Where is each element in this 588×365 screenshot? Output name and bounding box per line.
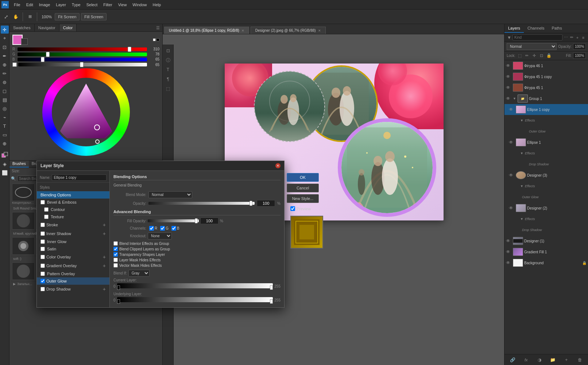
layer-name-input[interactable] [52,174,107,181]
style-item-gradient-overlay[interactable]: Gradient Overlay + [37,261,109,270]
menu-image[interactable]: Image [36,2,53,8]
checkbox-drop-shadow[interactable] [40,287,45,291]
layer-item-gradient-fill[interactable]: 👁 Gradient Fill 1 [504,246,588,257]
menu-filter[interactable]: Filter [100,2,115,8]
red-slider[interactable] [18,47,147,51]
layer-item-effects-3[interactable]: ▼ Effects [504,181,588,192]
tool-lasso[interactable]: ⌖ [1,34,9,42]
lock-all-icon[interactable]: 🔒 [546,53,552,59]
effects-expand-icon[interactable]: ▼ [520,119,524,122]
blue-slider[interactable] [18,58,147,61]
green-slider[interactable] [18,53,147,56]
menu-help[interactable]: Help [150,2,164,8]
tool-screen-mode[interactable]: ⬜ [1,169,9,177]
canvas-icon-2[interactable]: ⓘ [164,56,172,64]
visibility-eye[interactable]: 👁 [506,260,512,265]
style-item-inner-shadow[interactable]: Inner Shadow + [37,229,109,238]
style-item-blending[interactable]: Blending Options [37,191,109,199]
visibility-eye[interactable]: 👁 [506,249,512,254]
style-item-texture[interactable]: Texture [37,213,109,220]
canvas-tab-close-1[interactable]: ✕ [241,29,244,32]
checkbox-color-overlay[interactable] [40,255,45,259]
lock-position-icon[interactable]: ✛ [531,53,537,59]
channel-b-check[interactable]: B [171,226,179,231]
channel-g-checkbox[interactable] [160,226,165,231]
tab-swatches[interactable]: Swatches [9,24,35,31]
checkbox-texture[interactable] [44,215,49,219]
effects-expand-icon-2[interactable]: ▼ [520,151,524,155]
current-layer-gradient[interactable] [117,283,273,288]
layer-item-background[interactable]: 👁 Background 🔒 [504,257,588,268]
current-left-thumb[interactable] [117,285,120,290]
tool-clone[interactable]: ⊚ [1,78,9,86]
tool-brush[interactable]: ✏ [1,69,9,77]
menu-type[interactable]: Type [69,2,84,8]
tool-shape[interactable]: ▭ [1,131,9,139]
canvas-icon-3[interactable]: T [164,66,172,74]
fit-screen-btn[interactable]: Fit Screen [55,13,80,20]
checkbox-inner-glow[interactable] [40,239,45,244]
fill-opacity-slider[interactable] [148,219,199,222]
cancel-button[interactable]: Cancel [287,184,319,192]
layer-item-ellipse1[interactable]: 👁 Ellipse 1 [504,137,588,148]
style-item-bevel[interactable]: Bevel & Emboss [37,199,109,206]
tool-foreground-bg[interactable] [1,151,9,159]
underlying-left-thumb[interactable] [117,299,120,304]
layer-item-effects-1[interactable]: ▼ Effects [504,115,588,126]
visibility-eye[interactable]: 👁 [509,140,515,145]
layer-item-figura46[interactable]: 👁 Фігура 46 1 [504,60,588,71]
canvas-icon-5[interactable]: ⬚ [164,85,172,93]
menu-view[interactable]: View [115,2,130,8]
background-color-swatch[interactable] [21,38,28,45]
preview-checkbox-row[interactable]: Preview [287,205,319,212]
layer-item-designer2[interactable]: 👁 Designer (2) [504,203,588,214]
channel-r-check[interactable]: R [149,226,157,231]
add-drop-shadow-btn[interactable]: + [103,286,106,292]
style-item-pattern-overlay[interactable]: Pattern Overlay [37,270,109,277]
canvas-tab-untitled[interactable]: Untitled-1 @ 18,8% (Ellipse 1 copy, RGB/… [164,27,249,34]
knockout-select[interactable]: None Shallow Deep [148,233,172,239]
visibility-eye[interactable]: 👁 [509,205,515,211]
opacity-slider-thumb[interactable] [249,201,252,206]
group-expand-icon[interactable]: ▼ [513,97,517,100]
folder-new-icon[interactable]: 📁 [549,356,557,364]
blend-interior-checkbox[interactable] [113,241,118,246]
filter-icon[interactable]: ▼ [507,35,512,41]
layer-item-group1[interactable]: 👁 ▼ 📁 Group 1 [504,93,588,104]
checkbox-stroke[interactable] [40,223,45,227]
adjustment-icon[interactable]: ◑ [536,356,543,364]
tab-brushes[interactable]: Brushes [9,161,29,168]
fill-opacity-thumb[interactable] [195,218,198,223]
layer-item-effects-4[interactable]: ▼ Effects [504,214,588,224]
add-stroke-btn[interactable]: + [103,222,106,228]
canvas-tab-designer2[interactable]: Designer (2).jpeg @ 66,7% (RGB/88) ✕ [251,27,326,34]
red-thumb[interactable] [128,47,131,52]
blend-mode-select-dialog[interactable]: Normal Multiply Screen [148,191,192,198]
visibility-eye[interactable]: 👁 [506,85,512,90]
new-style-button[interactable]: New Style... [287,194,319,203]
red-value[interactable]: 310 [148,47,159,51]
dialog-title-bar[interactable]: Layer Style ✕ [37,161,284,171]
layer-item-outerglow-2[interactable]: Outer Glow [504,192,588,203]
tab-channels[interactable]: Channels [524,24,548,33]
checkbox-bevel[interactable] [40,200,45,204]
tab-layers[interactable]: Layers [504,24,524,33]
layer-item-dropshadow-2[interactable]: Drop Shadow [504,224,588,235]
tool-options[interactable]: ✋ [12,13,20,21]
dialog-close-btn[interactable]: ✕ [275,163,281,168]
list-item[interactable]: Концептуальний і г [12,184,35,204]
layer-item-outerglow-1[interactable]: Outer Glow [504,126,588,137]
visibility-eye[interactable]: 👁 [509,173,515,178]
extra-thumb[interactable] [80,62,84,67]
blend-if-select[interactable]: Gray Red Green Blue [128,270,150,277]
preview-checkbox[interactable] [290,206,295,211]
layer-item-ellipse1copy[interactable]: 👁 Ellipse 1 copy [504,104,588,115]
effects-expand-icon-4[interactable]: ▼ [520,217,524,221]
opacity-slider[interactable] [148,202,255,205]
style-item-satin[interactable]: Satin [37,245,109,253]
tool-view[interactable]: ⊞ [26,13,34,21]
lock-paint-icon[interactable]: ✏ [524,53,530,59]
visibility-eye[interactable]: 👁 [506,74,512,79]
blend-clipped-checkbox[interactable] [113,247,118,251]
blend-mode-select[interactable]: Normal [507,43,557,50]
